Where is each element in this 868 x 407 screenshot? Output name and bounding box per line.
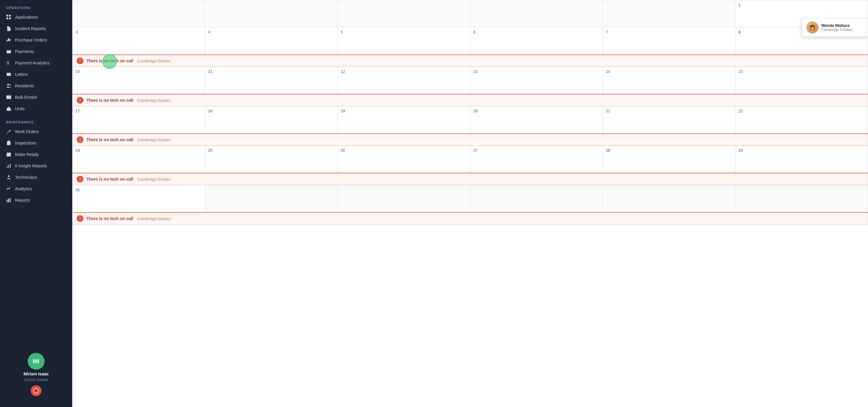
calendar-cell[interactable]: [736, 185, 868, 212]
alert-icon: !: [77, 215, 83, 222]
day-number: 22: [739, 109, 743, 113]
alert-row[interactable]: ! There is no tech on call Cambridge Est…: [72, 173, 868, 185]
alert-text: There is no tech on call: [86, 177, 133, 182]
calendar-cell[interactable]: 7: [603, 27, 736, 55]
calendar-cell[interactable]: 14: [603, 67, 736, 94]
calendar-cell[interactable]: 27: [470, 146, 603, 173]
sidebar-item-bulk-emails[interactable]: Bulk Emails: [0, 92, 72, 103]
calendar-cell[interactable]: 3: [72, 27, 205, 55]
calendar-cell[interactable]: [338, 0, 470, 27]
calendar-cell[interactable]: 18: [205, 106, 338, 133]
operations-section-label: OPERATIONS: [0, 0, 72, 11]
day-number: 7: [606, 30, 608, 34]
calendar-cell[interactable]: [603, 0, 736, 27]
bar2-icon: [6, 197, 11, 203]
sidebar-item-purchase-orders-label: Purchase Orders: [15, 38, 47, 42]
calendar-cell[interactable]: 11: [205, 67, 338, 94]
sidebar-item-incident-reports[interactable]: Incident Reports: [0, 23, 72, 34]
svg-rect-17: [8, 165, 9, 168]
alert-icon: !: [77, 58, 83, 64]
calendar-cell[interactable]: 31: [72, 185, 205, 212]
svg-rect-1: [9, 15, 11, 17]
day-number: 10: [75, 69, 80, 74]
sidebar-item-units[interactable]: Units: [0, 103, 72, 115]
day-number: 13: [473, 69, 478, 74]
record-button[interactable]: [31, 385, 41, 396]
sidebar-item-work-orders[interactable]: Work Orders: [0, 126, 72, 137]
calendar-cell[interactable]: 10: [72, 67, 205, 94]
sidebar-item-payment-analytics-label: Payment Analytics: [15, 61, 49, 65]
grid-icon: [6, 14, 11, 20]
day-number: 3: [75, 30, 78, 34]
day-number: 4: [208, 30, 210, 34]
user-role: SUPER ADMIN: [24, 378, 48, 382]
calendar-cell[interactable]: [470, 185, 603, 212]
calendar-cell[interactable]: 17: [72, 106, 205, 133]
sidebar-item-residents[interactable]: Residents: [0, 80, 72, 92]
sidebar-item-insight-reports[interactable]: 0 Insight Reports: [0, 160, 72, 171]
svg-rect-15: [7, 153, 11, 157]
alert-icon: !: [77, 176, 83, 182]
svg-rect-18: [10, 164, 10, 168]
maintenance-section-label: MAINTENANCE: [0, 115, 72, 126]
letter-icon: [6, 72, 11, 77]
svg-point-4: [8, 51, 10, 53]
main-content: 1 3 4 5 6 7 8 ! There is no tech on call…: [72, 0, 868, 407]
calendar-cell[interactable]: 6: [470, 27, 603, 55]
sidebar-item-applications[interactable]: Applications: [0, 11, 72, 23]
calendar-cell[interactable]: 5: [338, 27, 470, 55]
svg-rect-21: [8, 199, 9, 202]
day-number: 5: [341, 30, 343, 34]
day-number: 31: [75, 188, 80, 192]
calendar-cell[interactable]: [72, 0, 205, 27]
calendar-cell[interactable]: 24: [72, 146, 205, 173]
alert-subtext: Cambridge Estates: [137, 216, 171, 221]
sidebar-item-work-orders-label: Work Orders: [15, 129, 39, 134]
sidebar-item-payments[interactable]: Payments: [0, 46, 72, 57]
alert-row[interactable]: ! There is no tech on call Cambridge Est…: [72, 133, 868, 146]
alert-row[interactable]: ! There is no tech on call Cambridge Est…: [72, 212, 868, 225]
calendar-cell[interactable]: [338, 185, 470, 212]
sidebar-item-payment-analytics[interactable]: $ Payment Analytics: [0, 57, 72, 69]
alert-subtext: Cambridge Estates: [137, 98, 171, 103]
calendar-cell[interactable]: [470, 0, 603, 27]
chart-icon: [6, 163, 11, 168]
sidebar-item-applications-label: Applications: [15, 15, 38, 20]
alert-row[interactable]: ! There is no tech on call Cambridge Est…: [72, 94, 868, 106]
sidebar-item-make-ready[interactable]: Make Ready: [0, 149, 72, 160]
day-number: 14: [606, 69, 610, 74]
calendar-cell[interactable]: 12: [338, 67, 470, 94]
calendar-cell[interactable]: [205, 185, 338, 212]
calendar-cell[interactable]: 22: [736, 106, 868, 133]
calendar-cell[interactable]: [205, 0, 338, 27]
calendar-cell[interactable]: 26: [338, 146, 470, 173]
sidebar-item-units-label: Units: [15, 106, 25, 111]
calendar-cell[interactable]: 4: [205, 27, 338, 55]
sidebar-item-reports[interactable]: Reports: [0, 194, 72, 206]
sidebar-item-analytics[interactable]: Analytics: [0, 183, 72, 194]
calendar-cell[interactable]: 15: [736, 67, 868, 94]
calendar-cell[interactable]: 19: [338, 106, 470, 133]
calendar-cell[interactable]: 13: [470, 67, 603, 94]
bar-icon: [6, 186, 11, 191]
calendar-cell[interactable]: 28: [603, 146, 736, 173]
day-number: 11: [208, 69, 213, 74]
calendar-cell[interactable]: [603, 185, 736, 212]
svg-point-7: [7, 84, 9, 86]
calendar-cell[interactable]: 21: [603, 106, 736, 133]
wrench-icon: [6, 129, 11, 134]
sidebar-item-insight-reports-label: 0 Insight Reports: [15, 163, 47, 168]
sidebar-item-letters[interactable]: Letters: [0, 69, 72, 80]
day-number: 28: [606, 148, 610, 153]
sidebar-item-reports-label: Reports: [15, 198, 30, 202]
calendar-cell[interactable]: 29: [736, 146, 868, 173]
sidebar-item-technicians[interactable]: Technicians: [0, 171, 72, 183]
calendar-cell[interactable]: 20: [470, 106, 603, 133]
calendar-cell[interactable]: 25: [205, 146, 338, 173]
svg-rect-3: [9, 18, 11, 19]
alert-text: There is no tech on call: [86, 58, 133, 63]
alert-row[interactable]: ! There is no tech on call Cambridge Est…: [72, 55, 868, 67]
day-number: 6: [473, 30, 475, 34]
sidebar-item-inspections[interactable]: Inspections: [0, 137, 72, 149]
sidebar-item-purchase-orders[interactable]: Purchase Orders: [0, 34, 72, 46]
